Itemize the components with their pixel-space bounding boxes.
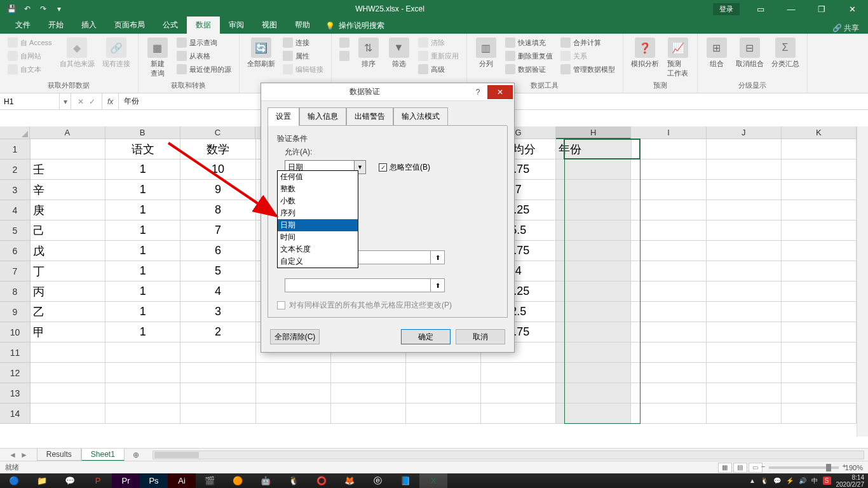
taskbar-powerpoint-icon[interactable]: P xyxy=(84,473,112,488)
cell[interactable]: 甲 xyxy=(31,322,105,342)
cell[interactable] xyxy=(105,342,180,363)
cell[interactable] xyxy=(782,261,857,281)
cell[interactable] xyxy=(631,403,706,424)
minimize-icon[interactable]: — xyxy=(776,0,806,18)
refresh-all-button[interactable]: 🔄全部刷新 xyxy=(245,36,278,70)
cell[interactable] xyxy=(782,220,857,241)
row-header[interactable]: 1 xyxy=(0,139,31,159)
dialog-tab-error[interactable]: 出错警告 xyxy=(346,107,393,126)
forecast-button[interactable]: 📈预测 工作表 xyxy=(664,36,692,79)
cell[interactable]: 己 xyxy=(31,220,105,241)
column-header[interactable]: H xyxy=(556,126,631,139)
tab-insert[interactable]: 插入 xyxy=(72,17,105,34)
cell[interactable] xyxy=(105,383,180,403)
dropdown-option[interactable]: 整数 xyxy=(278,183,358,195)
zoom-slider[interactable] xyxy=(769,466,839,469)
cell[interactable]: 1 xyxy=(105,159,180,180)
cell[interactable] xyxy=(707,159,782,180)
taskbar-app-icon[interactable]: 🟠 xyxy=(224,473,252,488)
sheet-tab-sheet1[interactable]: Sheet1 xyxy=(81,449,125,461)
row-header[interactable]: 7 xyxy=(0,261,31,281)
cell[interactable] xyxy=(556,383,631,403)
name-box-dropdown-icon[interactable]: ▾ xyxy=(60,93,71,109)
dropdown-option-selected[interactable]: 日期 xyxy=(278,219,358,231)
range-picker-icon[interactable]: ⬆ xyxy=(430,279,444,292)
cell[interactable]: 丁 xyxy=(31,261,105,281)
cell[interactable] xyxy=(631,281,706,302)
cell[interactable]: 1 xyxy=(105,220,180,241)
cell[interactable] xyxy=(556,220,631,241)
cell[interactable]: 乙 xyxy=(31,302,105,322)
sheet-tab-results[interactable]: Results xyxy=(37,449,81,461)
tab-data[interactable]: 数据 xyxy=(187,17,220,34)
cell[interactable] xyxy=(31,403,105,424)
cell[interactable] xyxy=(631,241,706,261)
column-header[interactable]: A xyxy=(30,126,105,139)
cell[interactable] xyxy=(331,383,406,403)
dialog-tab-ime[interactable]: 输入法模式 xyxy=(393,107,448,126)
sort-asc-button[interactable] xyxy=(337,36,352,49)
column-header[interactable]: C xyxy=(180,126,255,139)
taskbar-premiere-icon[interactable]: Pr xyxy=(112,473,140,488)
dropdown-option[interactable]: 小数 xyxy=(278,195,358,207)
cell[interactable] xyxy=(481,363,556,383)
cell[interactable] xyxy=(180,403,255,424)
row-header[interactable]: 13 xyxy=(0,383,31,403)
sort-button[interactable]: ⇅排序 xyxy=(355,36,383,70)
properties-button[interactable]: 属性 xyxy=(280,50,326,62)
cell[interactable] xyxy=(631,180,706,200)
cell[interactable] xyxy=(180,363,255,383)
add-sheet-button[interactable]: ⊕ xyxy=(128,451,144,459)
cell[interactable] xyxy=(707,139,782,159)
row-header[interactable]: 3 xyxy=(0,180,31,200)
cell[interactable] xyxy=(556,241,631,261)
cell[interactable] xyxy=(556,302,631,322)
cell[interactable] xyxy=(782,363,857,383)
from-table-button[interactable]: 从表格 xyxy=(174,50,234,62)
share-button[interactable]: 🔗 共享 xyxy=(832,23,868,34)
tell-me-search[interactable]: 💡 操作说明搜索 xyxy=(319,18,391,34)
cell[interactable] xyxy=(707,220,782,241)
cell[interactable] xyxy=(707,342,782,363)
taskbar-app-icon[interactable]: 🎬 xyxy=(196,473,224,488)
cancel-button[interactable]: 取消 xyxy=(456,329,505,344)
filter-button[interactable]: ▼筛选 xyxy=(385,36,413,70)
system-tray[interactable]: ▲ 🐧 💬 ⚡ 🔊 中 S 8:14 2020/2/27 xyxy=(749,474,868,488)
tab-home[interactable]: 开始 xyxy=(39,17,72,34)
dropdown-option[interactable]: 自定义 xyxy=(278,255,358,268)
cell[interactable]: 3 xyxy=(180,302,255,322)
taskbar-wechat-icon[interactable]: 💬 xyxy=(56,473,84,488)
row-header[interactable]: 12 xyxy=(0,363,31,383)
cell[interactable] xyxy=(707,322,782,342)
cell[interactable]: 1 xyxy=(105,281,180,302)
redo-icon[interactable]: ↷ xyxy=(36,2,51,16)
ribbon-options-icon[interactable]: ▭ xyxy=(746,0,775,18)
cell[interactable]: 9 xyxy=(180,180,255,200)
cell[interactable] xyxy=(331,403,406,424)
range-picker-icon[interactable]: ⬆ xyxy=(430,251,444,264)
taskbar-qq-icon[interactable]: 🐧 xyxy=(280,473,308,488)
ok-button[interactable]: 确定 xyxy=(401,329,451,344)
ungroup-button[interactable]: ⊟取消组合 xyxy=(733,36,766,70)
clear-filter-button[interactable]: 清除 xyxy=(416,36,461,49)
save-icon[interactable]: 💾 xyxy=(4,2,19,16)
cell[interactable] xyxy=(707,403,782,424)
cell[interactable] xyxy=(782,302,857,322)
taskbar-photoshop-icon[interactable]: Ps xyxy=(140,473,168,488)
select-all-corner[interactable] xyxy=(0,126,30,139)
text-to-columns-button[interactable]: ▥分列 xyxy=(472,36,500,70)
recent-sources-button[interactable]: 最近使用的源 xyxy=(174,63,234,76)
accept-formula-icon[interactable]: ✓ xyxy=(89,97,95,106)
tab-view[interactable]: 视图 xyxy=(253,17,286,34)
dialog-tab-input[interactable]: 输入信息 xyxy=(299,107,346,126)
consolidate-button[interactable]: 合并计算 xyxy=(558,36,618,49)
from-other-button[interactable]: ◆自其他来源 xyxy=(57,36,97,70)
cell[interactable]: 10 xyxy=(180,159,255,180)
zoom-level[interactable]: 190% xyxy=(845,464,863,471)
cell[interactable] xyxy=(782,241,857,261)
cell[interactable] xyxy=(631,220,706,241)
cell[interactable] xyxy=(782,342,857,363)
cell[interactable] xyxy=(782,139,857,159)
range-input[interactable]: ⬆ xyxy=(285,278,445,292)
taskbar-chrome-icon[interactable]: ⭕ xyxy=(308,473,336,488)
